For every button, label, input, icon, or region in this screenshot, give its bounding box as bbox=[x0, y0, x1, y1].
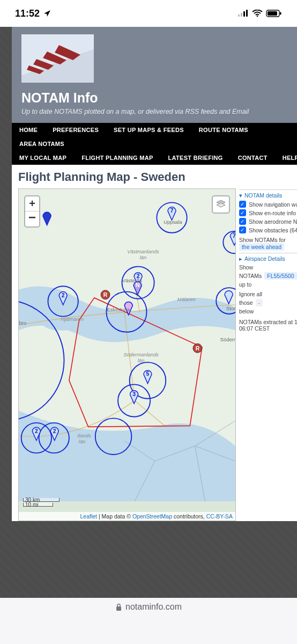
main-nav: HOMEPREFERENCESSET UP MAPS & FEEDSROUTE … bbox=[12, 123, 297, 165]
svg-rect-6 bbox=[268, 11, 277, 16]
place-label: Hjälmaren bbox=[61, 316, 84, 322]
site-tagline: Up to date NOTAMS plotted on a map, or d… bbox=[21, 108, 297, 115]
svg-point-4 bbox=[257, 16, 258, 17]
place-label: Eskilstuna bbox=[107, 306, 131, 312]
address-bar[interactable]: notaminfo.com bbox=[115, 602, 182, 612]
battery-icon bbox=[266, 10, 282, 17]
map-attribution: Leaflet | Map data © OpenStreetMap contr… bbox=[19, 512, 235, 521]
zoom-control: + − bbox=[24, 195, 40, 228]
osm-link[interactable]: OpenStreetMap bbox=[132, 513, 172, 519]
checkbox-label: Show aerodrome N bbox=[249, 218, 297, 225]
wifi-icon bbox=[252, 10, 263, 17]
svg-text:3: 3 bbox=[132, 391, 136, 397]
place-label: län bbox=[140, 255, 147, 261]
layers-button[interactable] bbox=[212, 195, 230, 214]
svg-text:2: 2 bbox=[62, 292, 65, 298]
notam-details-toggle[interactable]: ▾ NOTAM details bbox=[239, 192, 297, 199]
ignore-label: Ignore all bbox=[239, 291, 297, 297]
place-label: Västmanlands bbox=[127, 248, 159, 254]
license-link[interactable]: CC-BY-SA bbox=[206, 513, 233, 519]
show-notams-for-label: Show NOTAMs for bbox=[239, 237, 297, 243]
zoom-in-button[interactable]: + bbox=[25, 196, 39, 211]
svg-rect-22 bbox=[116, 606, 121, 611]
checkbox-label: Show obstacles (64 bbox=[249, 227, 297, 233]
lock-icon bbox=[115, 603, 122, 611]
webview: NOTAM Info Up to date NOTAMS plotted on … bbox=[0, 27, 297, 598]
checkbox-label: Show en-route info bbox=[249, 210, 296, 216]
svg-text:7: 7 bbox=[233, 233, 235, 239]
site-logo[interactable] bbox=[21, 34, 94, 83]
sidebar: ▾ NOTAM details ✓Show navigation wa✓Show… bbox=[239, 188, 297, 521]
nav-item[interactable]: CONTACT bbox=[231, 151, 275, 165]
svg-text:R: R bbox=[103, 292, 108, 298]
extracted-text: NOTAMs extracted at 19 A bbox=[239, 319, 297, 325]
place-label: Västerås bbox=[122, 277, 142, 283]
checkbox[interactable]: ✓ bbox=[239, 218, 246, 225]
map-container[interactable]: RR 22N532277 VästmanlandslänUppsalaVäste… bbox=[18, 188, 236, 521]
checkbox[interactable]: ✓ bbox=[239, 226, 246, 233]
place-label: Stoc bbox=[226, 305, 235, 311]
svg-text:N: N bbox=[136, 282, 139, 288]
notams-upto-label: NOTAMs bbox=[239, 273, 262, 279]
flight-level-select[interactable]: FL55/5500 bbox=[264, 272, 296, 280]
chevron-down-icon: ▾ bbox=[239, 192, 242, 199]
place-label: ebro bbox=[19, 320, 26, 326]
place-label: tlands bbox=[78, 433, 91, 438]
svg-text:7: 7 bbox=[170, 208, 174, 214]
site-header: NOTAM Info Up to date NOTAMS plotted on … bbox=[12, 27, 297, 123]
svg-text:2: 2 bbox=[35, 428, 38, 434]
checkbox[interactable]: ✓ bbox=[239, 201, 246, 208]
location-icon bbox=[43, 9, 51, 18]
ios-status-bar: 11:52 bbox=[0, 0, 297, 27]
svg-rect-7 bbox=[280, 12, 281, 15]
zoom-out-button[interactable]: − bbox=[25, 211, 39, 226]
nav-item[interactable]: FLIGHT PLANNING MAP bbox=[74, 151, 160, 165]
checkbox[interactable]: ✓ bbox=[239, 209, 246, 216]
scale-km: 30 km bbox=[23, 498, 60, 502]
show-label: Show bbox=[239, 264, 297, 270]
nav-item[interactable]: SET UP MAPS & FEEDS bbox=[106, 123, 191, 137]
svg-text:R: R bbox=[196, 346, 200, 352]
scale-mi: 10 mi bbox=[23, 503, 53, 507]
site-title: NOTAM Info bbox=[21, 90, 297, 106]
restricted-marker[interactable]: R bbox=[193, 343, 202, 353]
place-label: län bbox=[79, 438, 86, 444]
svg-rect-3 bbox=[246, 10, 248, 17]
ignore-select[interactable]: - bbox=[256, 299, 263, 306]
nav-item[interactable]: HOME bbox=[12, 123, 45, 137]
place-label: Söderr bbox=[220, 336, 235, 342]
place-label: Mälaren bbox=[177, 296, 196, 302]
chevron-right-icon: ▸ bbox=[239, 255, 242, 262]
checkbox-label: Show navigation wa bbox=[249, 201, 297, 208]
cellular-icon bbox=[238, 10, 249, 17]
restricted-marker[interactable]: R bbox=[101, 290, 110, 299]
place-label: Uppsala bbox=[164, 219, 182, 225]
map-canvas[interactable]: RR 22N532277 VästmanlandslänUppsalaVäste… bbox=[19, 189, 235, 501]
nav-item[interactable]: MY LOCAL MAP bbox=[12, 151, 74, 165]
nav-item[interactable]: LATEST BRIEFING bbox=[161, 151, 231, 165]
nav-item[interactable]: ROUTE NOTAMS bbox=[191, 123, 256, 137]
status-time: 11:52 bbox=[15, 8, 40, 19]
browser-toolbar: notaminfo.com bbox=[0, 598, 297, 644]
scale-control: 30 km 10 mi bbox=[23, 498, 60, 508]
nav-item[interactable]: AREA NOTAMS bbox=[12, 137, 72, 151]
leaflet-link[interactable]: Leaflet bbox=[80, 513, 97, 519]
svg-rect-1 bbox=[241, 13, 242, 17]
place-label: Södermanlands bbox=[123, 352, 159, 357]
svg-rect-2 bbox=[243, 11, 245, 17]
svg-text:2: 2 bbox=[53, 428, 56, 434]
place-label: län bbox=[138, 357, 145, 363]
layers-icon bbox=[216, 199, 226, 210]
period-select[interactable]: the week ahead bbox=[239, 243, 284, 251]
page-title: Flight Planning Map - Sweden bbox=[18, 170, 297, 184]
nav-item[interactable]: HELP bbox=[275, 151, 297, 165]
svg-rect-0 bbox=[238, 14, 240, 17]
svg-text:5: 5 bbox=[146, 371, 150, 377]
nav-item[interactable]: PREFERENCES bbox=[45, 123, 106, 137]
airspace-details-toggle[interactable]: ▸ Airspace Details bbox=[239, 255, 297, 262]
